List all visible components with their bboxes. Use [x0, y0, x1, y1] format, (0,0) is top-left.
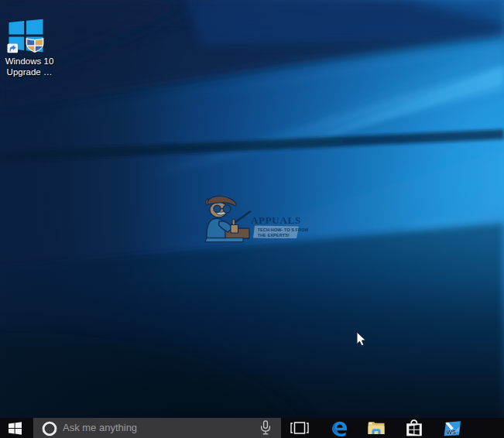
svg-text:THE EXPERTS!: THE EXPERTS! — [258, 233, 290, 238]
svg-text:APPUALS: APPUALS — [251, 214, 301, 226]
svg-text:WS: WS — [447, 429, 457, 436]
svg-text:TECH HOW- TO S FROM: TECH HOW- TO S FROM — [258, 228, 309, 232]
